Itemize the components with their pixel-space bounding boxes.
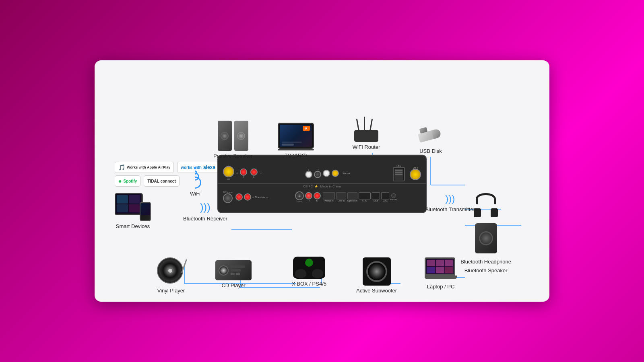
subwoofer-item: Active Subwoofer (356, 257, 397, 294)
usb-disk-item: USB Disk (417, 124, 445, 155)
usb-disk-label: USB Disk (419, 148, 442, 155)
vinyl-player-item: Vinyl Player (157, 257, 185, 294)
passive-speaker-icon (218, 121, 248, 151)
wifi-item: WiFi (189, 169, 201, 197)
badge-row-2: ● Spotify TIDAL connect (115, 175, 219, 187)
central-amplifier: BT + R L + L R (217, 155, 427, 213)
bt-receiver-label: Bluetooth Receiver (183, 216, 227, 222)
tv-icon: R (278, 123, 314, 149)
smart-devices-item: Smart Devices (115, 193, 151, 230)
bt-transmitter-label: Bluetooth Transmitter (425, 206, 475, 213)
tidal-badge: TIDAL connect (144, 175, 179, 187)
vinyl-player-label: Vinyl Player (157, 288, 185, 294)
bt-speaker-label: Bluetooth Speaker (460, 267, 511, 274)
smart-devices-icon (115, 193, 151, 221)
airplay-badge: 🎵 Works with Apple AirPlay (115, 162, 174, 173)
tv-label: TV (ARC) (285, 152, 307, 159)
cd-player-icon (215, 260, 252, 280)
xbox-item: X BOX / PS4/5 (292, 257, 326, 288)
usb-disk-icon (417, 124, 445, 146)
laptop-item: Laptop / PC (425, 257, 457, 290)
bt-receiver-icon: ))) (200, 201, 211, 214)
badge-row-1: 🎵 Works with Apple AirPlay works with al… (115, 162, 219, 173)
diagram-card: Passive Speaker R TV (ARC) WiFi Router (95, 60, 549, 302)
bt-receiver-item: ))) Bluetooth Receiver (183, 201, 227, 222)
wifi-router-item: WiFi Router (352, 120, 380, 151)
laptop-icon (425, 257, 457, 282)
spotify-badge: ● Spotify (115, 175, 140, 187)
wifi-logos-area: 🎵 Works with Apple AirPlay works with al… (115, 162, 219, 187)
tv-item: R TV (ARC) (278, 123, 314, 159)
smart-devices-label: Smart Devices (116, 223, 150, 230)
wifi-icon (189, 169, 201, 189)
wifi-router-label: WiFi Router (353, 144, 380, 151)
cd-player-label: CD Player (221, 282, 245, 289)
cd-player-item: CD Player (215, 260, 252, 289)
bt-headphone-label: Bluetooth Headphone (460, 259, 511, 265)
passive-speaker-item: Passive Speaker (213, 121, 253, 160)
subwoofer-icon (363, 257, 391, 286)
passive-speaker-label: Passive Speaker (213, 153, 253, 160)
bt-transmitter-label-item: ))) Bluetooth Transmitter (425, 193, 475, 213)
vinyl-player-icon (157, 257, 185, 286)
laptop-label: Laptop / PC (427, 284, 455, 290)
subwoofer-label: Active Subwoofer (356, 288, 397, 294)
xbox-icon (293, 257, 325, 279)
bt-transmitter-icon (474, 193, 498, 253)
wifi-label: WiFi (190, 191, 200, 197)
bt-transmitter-waves: ))) (445, 193, 455, 204)
wifi-router-icon (352, 120, 380, 142)
xbox-label: X BOX / PS4/5 (292, 281, 326, 288)
